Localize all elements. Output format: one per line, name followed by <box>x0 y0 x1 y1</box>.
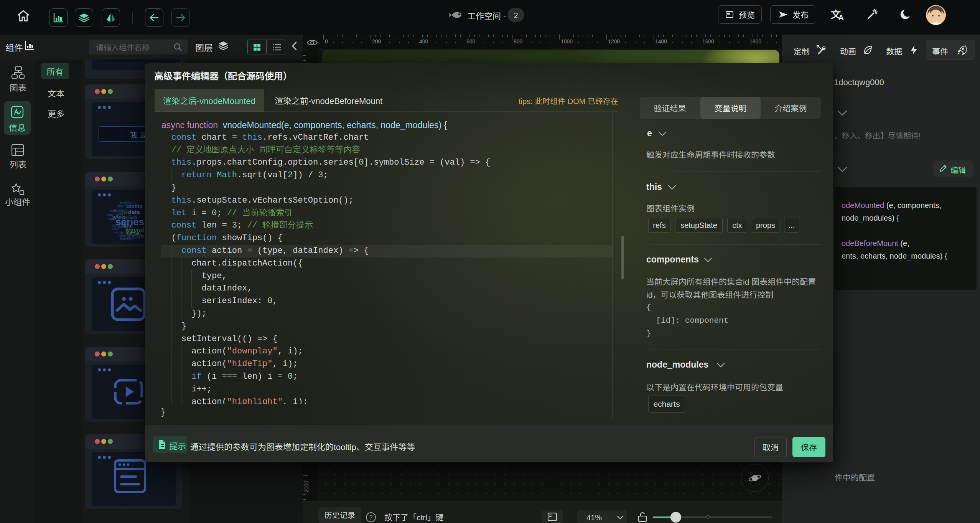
svg-text:?: ? <box>369 514 373 521</box>
